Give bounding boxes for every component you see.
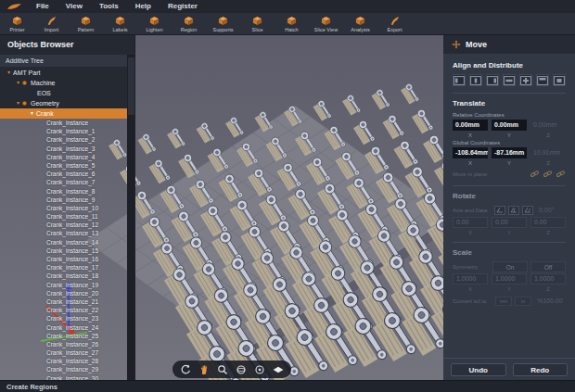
expand-arrow-icon[interactable]: ▾ [17,98,19,108]
tree-item-label: AMT Part [13,70,40,76]
tree-item-crank-instance-1[interactable]: Crank_instance_1 [0,127,127,135]
tree-item-crank-instance-6[interactable]: Crank_instance_6 [0,170,127,178]
global-coordinates-label: Global Coordinates [453,140,566,145]
toolbar-import[interactable]: Import [34,13,69,35]
menu-register[interactable]: Register [160,0,206,13]
status-text: Create Regions [6,383,58,391]
convert-value-field: %100.00 [534,296,566,307]
tree-item-crank-instance-12[interactable]: Crank_instance_12 [0,221,127,229]
tree-item-crank-instance-3[interactable]: Crank_instance_3 [0,145,127,153]
align-left-button[interactable] [453,74,466,86]
expand-arrow-icon[interactable]: ▾ [31,108,33,119]
align-top-button[interactable] [536,74,549,86]
tree-item-crank-instance[interactable]: Crank_instance [0,119,127,127]
relative-y-field[interactable]: 0.00mm [492,120,527,131]
fit-view-icon[interactable] [273,363,285,375]
tree-item-crank-instance-17[interactable]: Crank_instance_17 [0,263,127,272]
rotate-x-axis-icon [494,206,505,215]
toolbar-hatch[interactable]: Hatch [275,13,309,35]
swoosh-icon [46,16,57,26]
pan-icon[interactable] [198,363,211,375]
menu-help[interactable]: Help [127,0,160,13]
axis-and-data-row: Axis and Data 0.00° [453,205,566,216]
menu-file[interactable]: File [28,0,58,13]
tree-item-crank-instance-7[interactable]: Crank_instance_7 [0,178,127,186]
tree-item-crank-instance-4[interactable]: Crank_instance_4 [0,153,127,161]
undo-button[interactable]: Undo [451,363,506,376]
menu-bar: FileViewToolsHelpRegister [0,0,575,13]
orbit-icon[interactable] [236,363,248,375]
toolbar-labels[interactable]: Labels [103,13,137,35]
tree-item-crank-instance-26[interactable]: Crank_instance_26 [0,340,127,348]
tree-item-crank-instance-29[interactable]: Crank_instance_29 [0,365,127,373]
tree-item-crank-instance-21[interactable]: Crank_instance_21 [0,297,127,306]
tree-item-crank-instance-8[interactable]: Crank_instance_8 [0,187,127,196]
symmetry-label: Symmetry [453,264,490,270]
global-x-field[interactable]: -108.64mm [453,147,488,158]
toolbar-lighten[interactable]: Lighten [137,13,172,35]
expand-arrow-icon[interactable]: ▾ [7,68,10,78]
symmetry-on-button: On [492,261,528,272]
tree-item-crank-instance-5[interactable]: Crank_instance_5 [0,161,127,170]
focus-icon[interactable] [254,363,266,375]
scrollbar-thumb[interactable] [128,57,134,115]
align-center-horizontal-button[interactable] [469,74,482,86]
rotate-section-title: Rotate [453,192,566,200]
toolbar-label: Slice [252,27,263,32]
tree-item-crank-instance-14[interactable]: Crank_instance_14 [0,238,127,247]
y-axis-label: Y [492,230,527,235]
tree-item-crank-instance-28[interactable]: Crank_instance_28 [0,357,127,365]
align-right-icon [487,76,498,85]
tree-item-crank-instance-13[interactable]: Crank_instance_13 [0,229,127,237]
relative-z-field: 0.00mm [530,120,566,131]
tree-item-crank-instance-24[interactable]: Crank_instance_24 [0,323,127,332]
toolbar-pattern[interactable]: Pattern [69,13,103,35]
toolbar-export[interactable]: Export [377,13,412,35]
align-right-button[interactable] [486,74,499,86]
tree-item-crank-instance-19[interactable]: Crank_instance_19 [0,281,127,289]
tree-item-crank[interactable]: ▾Crank [0,108,127,119]
tree-item-crank-instance-25[interactable]: Crank_instance_25 [0,332,127,340]
tree-item-crank-instance-9[interactable]: Crank_instance_9 [0,196,127,204]
tree-item-crank-instance-18[interactable]: Crank_instance_18 [0,272,127,280]
cube-icon [115,16,125,26]
tree-item-crank-instance-16[interactable]: Crank_instance_16 [0,255,127,263]
tree-item-amt-part[interactable]: ▾AMT Part [0,68,127,78]
tree-item-eos[interactable]: EOS [0,88,127,98]
relative-x-field[interactable]: 0.00mm [453,120,488,131]
toolbar-analysis[interactable]: Analysis [343,13,377,35]
tree-item-label: Machine [31,80,55,86]
objects-browser-scrollbar[interactable] [127,55,135,380]
align-center-both-button[interactable] [519,74,532,86]
translate-section-title: Translate [453,99,566,107]
tree-item-crank-instance-20[interactable]: Crank_instance_20 [0,289,127,297]
menu-view[interactable]: View [58,0,91,13]
tree-item-crank-instance-2[interactable]: Crank_instance_2 [0,135,127,144]
zoom-icon[interactable] [217,363,229,375]
additive-tree-header[interactable]: Additive Tree [0,55,127,67]
tree-item-crank-instance-23[interactable]: Crank_instance_23 [0,314,127,322]
expand-arrow-icon[interactable]: ▾ [17,78,19,88]
tree-item-crank-instance-22[interactable]: Crank_instance_22 [0,306,127,314]
toolbar-region[interactable]: Region [172,13,206,35]
toolbar-slice-view[interactable]: Slice View [309,13,343,35]
tree-item-machine[interactable]: ▾Machine [0,78,127,88]
align-bottom-button[interactable] [553,74,566,86]
menu-tools[interactable]: Tools [91,0,127,13]
tree-item-crank-instance-15[interactable]: Crank_instance_15 [0,247,127,255]
align-middle-vertical-button[interactable] [503,74,516,86]
tree-item-crank-instance-27[interactable]: Crank_instance_27 [0,348,127,357]
scale-y-field: 1.0000 [492,273,527,285]
scale-fields: 1.0000 1.0000 1.0000 [453,273,566,285]
toolbar-supports[interactable]: Supports [206,13,240,35]
relative-fields: 0.00mm 0.00mm 0.00mm [453,120,566,131]
toolbar-slice[interactable]: Slice [240,13,275,35]
tree-item-geometry[interactable]: ▾Geometry [0,98,127,108]
align-center-horizontal-icon [470,76,481,85]
toolbar-printer[interactable]: Printer [0,13,34,35]
redo-button[interactable]: Redo [513,363,569,376]
tree-item-crank-instance-10[interactable]: Crank_instance_10 [0,204,127,212]
global-y-field[interactable]: -87.16mm [492,147,527,158]
tree-item-crank-instance-11[interactable]: Crank_instance_11 [0,212,127,221]
rotate-view-icon[interactable] [180,363,192,375]
